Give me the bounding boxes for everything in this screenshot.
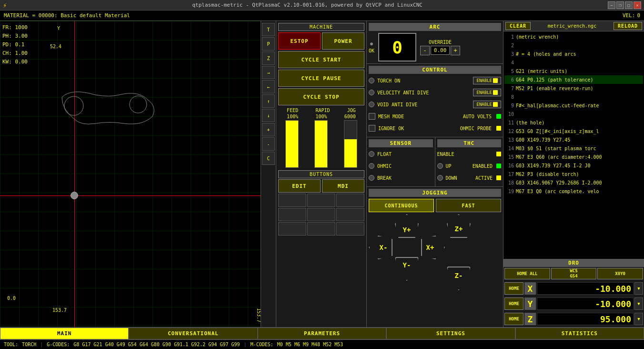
jog-speed-row: CONTINUOUS FAST	[369, 199, 501, 212]
z-button[interactable]: Z	[262, 51, 275, 65]
grid-btn-1[interactable]	[278, 194, 306, 207]
gcode-line-1: 1(metric wrench)	[504, 32, 643, 41]
y-dro-arrow[interactable]: ▼	[634, 298, 643, 310]
power-button[interactable]: POWER	[322, 32, 364, 50]
line-num-4: 4	[504, 60, 514, 65]
ignore-ok-checkbox[interactable]	[369, 125, 375, 132]
cycle-start-button[interactable]: CYCLE START	[278, 51, 364, 68]
maximize-button[interactable]: □	[625, 1, 633, 9]
jog-arrows: Y+ X- X+ Y-	[369, 214, 445, 281]
gcode-line-6: 6G64 P0.125 (path tolerance)	[504, 75, 643, 84]
void-anti-row: VOID ANTI DIVE ENABLE	[369, 99, 501, 110]
edit-button[interactable]: EDIT	[278, 179, 321, 193]
home-y-button[interactable]: HOME	[504, 298, 523, 310]
feed-fill	[286, 121, 298, 167]
gcode-panel: CLEAR metric_wrench.ngc RELOAD 1(metric …	[503, 21, 644, 327]
override-minus-button[interactable]: -	[420, 46, 430, 55]
wcs-button[interactable]: WCSG54	[551, 268, 597, 279]
ohmic-probe-led	[496, 126, 501, 131]
y-axis-letter: Y	[524, 298, 536, 310]
rapid-slider[interactable]	[314, 120, 328, 168]
jog-x-plus-button[interactable]: X+	[421, 236, 445, 259]
grid-btn-4[interactable]	[278, 208, 306, 221]
close-button[interactable]: ✕	[634, 1, 641, 9]
thc-up-label: UP	[446, 164, 470, 169]
grid-btn-8[interactable]	[307, 222, 335, 236]
mesh-mode-label: MESH MODE	[378, 114, 460, 119]
arc-ok-label: OK	[369, 48, 374, 53]
gcode-line-19: 19M67 E3 Q0 (arc complete. velo	[504, 187, 643, 195]
z-dro-arrow[interactable]: ▼	[634, 313, 643, 325]
jogging-section: JOGGING CONTINUOUS FAST Y+ X-	[367, 187, 503, 327]
left-button[interactable]: ←	[262, 80, 275, 93]
home-x-button[interactable]: HOME	[504, 282, 523, 295]
jog-slider[interactable]	[344, 120, 357, 168]
z-dro-value: 95.000	[537, 313, 634, 325]
home-z-button[interactable]: HOME	[504, 313, 523, 325]
x-dro-arrow[interactable]: ▼	[634, 282, 643, 295]
p-button[interactable]: P	[262, 37, 275, 51]
home-all-button[interactable]: HOME ALL	[504, 268, 550, 279]
estop-button[interactable]: ESTOP	[278, 32, 321, 50]
right-button[interactable]: →	[262, 66, 275, 79]
gcode-line-17: 17M62 P3 (disable torch)	[504, 170, 643, 178]
reload-button[interactable]: RELOAD	[614, 22, 642, 30]
tab-settings[interactable]: SETTINGS	[386, 328, 515, 339]
mdi-button[interactable]: MDI	[322, 179, 364, 193]
line-num-5: 5	[504, 69, 514, 74]
c-button[interactable]: C	[262, 152, 275, 165]
break-indicator	[369, 175, 374, 181]
gcode-content[interactable]: 1(metric wrench)23# = 4 (holes and arcs4…	[503, 31, 644, 259]
minimize-button[interactable]: −	[608, 1, 615, 9]
cycle-pause-button[interactable]: CYCLE PAUSE	[278, 70, 364, 87]
up-button[interactable]: ↑	[262, 94, 275, 108]
thc-active-label: ACTIVE	[475, 175, 493, 181]
bottom-tabs: MAIN CONVERSATIONAL PARAMETERS SETTINGS …	[0, 327, 644, 339]
plus-button[interactable]: +	[262, 123, 275, 136]
jog-z-minus-button[interactable]: Z-	[447, 267, 471, 290]
override-plus-button[interactable]: +	[451, 46, 460, 55]
line-num-9: 9	[504, 103, 514, 108]
tab-statistics[interactable]: STATISTICS	[515, 328, 644, 339]
tab-main[interactable]: MAIN	[0, 328, 129, 339]
vel-value: 0	[637, 12, 640, 19]
feed-slider[interactable]	[285, 120, 299, 168]
t-button[interactable]: T	[262, 23, 275, 36]
minus-button[interactable]: -	[262, 137, 275, 151]
grid-btn-7[interactable]	[278, 222, 306, 236]
wcs-label: WCSG54	[570, 268, 577, 279]
jog-x-minus-button[interactable]: X-	[369, 236, 392, 259]
gcode-line-4: 4	[504, 58, 643, 67]
clear-button[interactable]: CLEAR	[505, 22, 531, 30]
restore-button[interactable]: ❐	[616, 1, 624, 9]
jog-y-minus-button[interactable]: Y-	[395, 257, 419, 281]
jog-z-plus-button[interactable]: Z+	[447, 214, 471, 238]
jog-y-plus-button[interactable]: Y+	[395, 214, 419, 238]
torch-enable-button[interactable]: ENABLE	[473, 77, 501, 84]
grid-btn-5[interactable]	[307, 208, 335, 221]
velocity-anti-label: VELOCITY ANTI DIVE	[377, 90, 470, 95]
grid-btn-6[interactable]	[336, 208, 364, 221]
grid-btn-2[interactable]	[307, 194, 335, 207]
feed-label: FEED	[287, 108, 298, 113]
thc-enabled-label: ENABLED	[473, 164, 493, 169]
down-button[interactable]: ↓	[262, 109, 275, 122]
void-enable-button[interactable]: ENABLE	[473, 101, 501, 108]
tab-conversational[interactable]: CONVERSATIONAL	[129, 328, 257, 339]
tab-parameters[interactable]: PARAMETERS	[258, 328, 386, 339]
cycle-stop-button[interactable]: CYCLE STOP	[278, 88, 364, 105]
grid-btn-3[interactable]	[336, 194, 364, 207]
x0y0-button[interactable]: X0Y0	[597, 268, 643, 279]
sliders-labels: FEED RAPID JOG	[278, 108, 364, 113]
fast-button[interactable]: FAST	[436, 199, 501, 212]
grid-btn-9[interactable]	[336, 222, 364, 236]
toolpath-svg	[0, 21, 276, 327]
rapid-value: 100%	[315, 114, 327, 119]
override-section: OVERRIDE - 0.00 +	[420, 40, 460, 55]
line-num-18: 18	[504, 180, 514, 185]
mesh-mode-checkbox[interactable]	[369, 113, 375, 120]
continuous-button[interactable]: CONTINUOUS	[369, 199, 434, 212]
velocity-enable-button[interactable]: ENABLE	[473, 89, 501, 96]
dro-x-row: HOME X -10.000 ▼	[504, 281, 643, 296]
line-num-11: 11	[504, 120, 514, 125]
